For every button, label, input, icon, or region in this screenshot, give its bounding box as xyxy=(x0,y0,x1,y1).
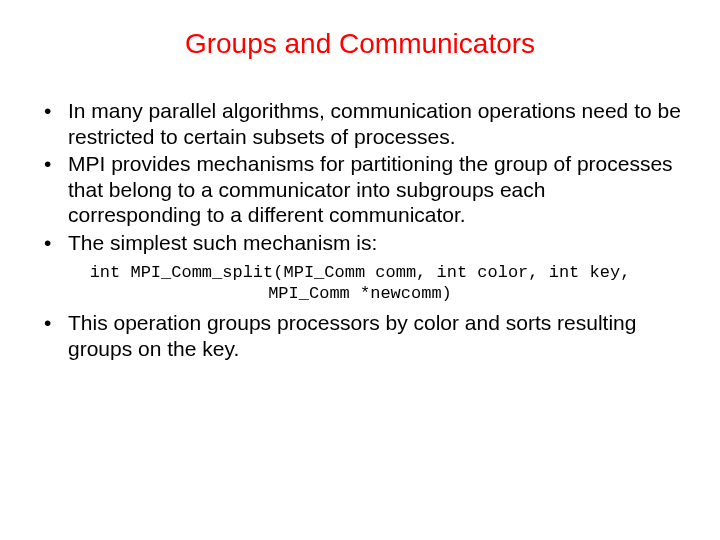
bullet-item: MPI provides mechanisms for partitioning… xyxy=(40,151,682,228)
code-block: int MPI_Comm_split(MPI_Comm comm, int co… xyxy=(30,262,690,305)
bullet-item: This operation groups processors by colo… xyxy=(40,310,682,361)
code-line: int MPI_Comm_split(MPI_Comm comm, int co… xyxy=(90,263,631,282)
slide-title: Groups and Communicators xyxy=(30,28,690,60)
bullet-list: In many parallel algorithms, communicati… xyxy=(30,98,690,256)
bullet-item: The simplest such mechanism is: xyxy=(40,230,682,256)
code-line: MPI_Comm *newcomm) xyxy=(268,284,452,303)
bullet-item: In many parallel algorithms, communicati… xyxy=(40,98,682,149)
bullet-list: This operation groups processors by colo… xyxy=(30,310,690,361)
slide: Groups and Communicators In many paralle… xyxy=(0,0,720,540)
